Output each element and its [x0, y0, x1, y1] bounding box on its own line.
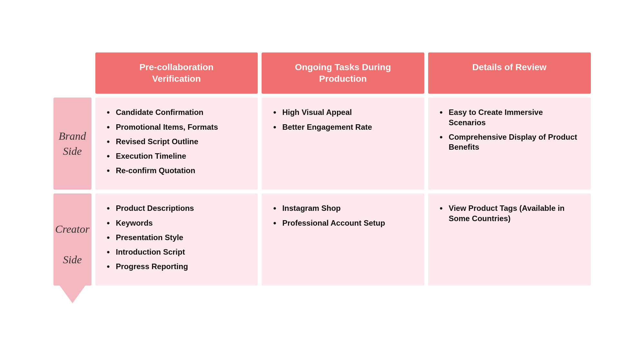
creator-col2-list: Instagram Shop Professional Account Setu…	[273, 203, 413, 228]
list-item: Keywords	[107, 218, 246, 228]
header-col3: Details of Review	[428, 52, 591, 94]
list-item: Presentation Style	[107, 232, 246, 242]
list-item: Professional Account Setup	[273, 218, 413, 228]
creator-row-label: CreatorSide	[53, 193, 91, 286]
header-spacer	[52, 51, 93, 96]
brand-col1-cell: Candidate Confirmation Promotional Items…	[95, 98, 258, 190]
creator-col2-cell: Instagram Shop Professional Account Setu…	[262, 193, 424, 286]
brand-label-text: BrandSide	[59, 128, 86, 159]
creator-label-text: CreatorSide	[55, 221, 89, 268]
list-item: View Product Tags (Available in Some Cou…	[440, 203, 579, 223]
brand-col3-cell: Easy to Create Immersive Scenarios Compr…	[428, 98, 591, 190]
brand-col3-list: Easy to Create Immersive Scenarios Compr…	[440, 107, 579, 152]
header-col3-text: Details of Review	[472, 62, 546, 72]
header-col1-text: Pre-collaborationVerification	[139, 62, 214, 84]
list-item: Easy to Create Immersive Scenarios	[440, 107, 579, 127]
grid-layout: Pre-collaborationVerification Ongoing Ta…	[52, 51, 593, 288]
list-item: Candidate Confirmation	[107, 107, 246, 117]
list-item: Execution Timeline	[107, 151, 246, 161]
list-item: Instagram Shop	[273, 203, 413, 213]
creator-col3-cell: View Product Tags (Available in Some Cou…	[428, 193, 591, 286]
down-arrow-icon	[60, 286, 85, 303]
brand-col1-list: Candidate Confirmation Promotional Items…	[107, 107, 246, 175]
list-item: Re-confirm Quotation	[107, 165, 246, 175]
list-item: Promotional Items, Formats	[107, 122, 246, 132]
list-item: Progress Reporting	[107, 261, 246, 271]
list-item: Comprehensive Display of Product Benefit…	[440, 132, 579, 152]
header-col2-text: Ongoing Tasks DuringProduction	[295, 62, 391, 84]
list-item: Better Engagement Rate	[273, 122, 413, 132]
header-col2: Ongoing Tasks DuringProduction	[262, 52, 424, 94]
creator-col3-list: View Product Tags (Available in Some Cou…	[440, 203, 579, 223]
list-item: Introduction Script	[107, 247, 246, 257]
header-col1: Pre-collaborationVerification	[95, 52, 258, 94]
list-item: Revised Script Outline	[107, 136, 246, 146]
creator-col1-list: Product Descriptions Keywords Presentati…	[107, 203, 246, 271]
main-container: Pre-collaborationVerification Ongoing Ta…	[32, 38, 612, 301]
list-item: Product Descriptions	[107, 203, 246, 213]
brand-col2-list: High Visual Appeal Better Engagement Rat…	[273, 107, 413, 132]
brand-row-label: BrandSide	[53, 98, 91, 190]
creator-col1-cell: Product Descriptions Keywords Presentati…	[95, 193, 258, 286]
list-item: High Visual Appeal	[273, 107, 413, 117]
brand-col2-cell: High Visual Appeal Better Engagement Rat…	[262, 98, 424, 190]
